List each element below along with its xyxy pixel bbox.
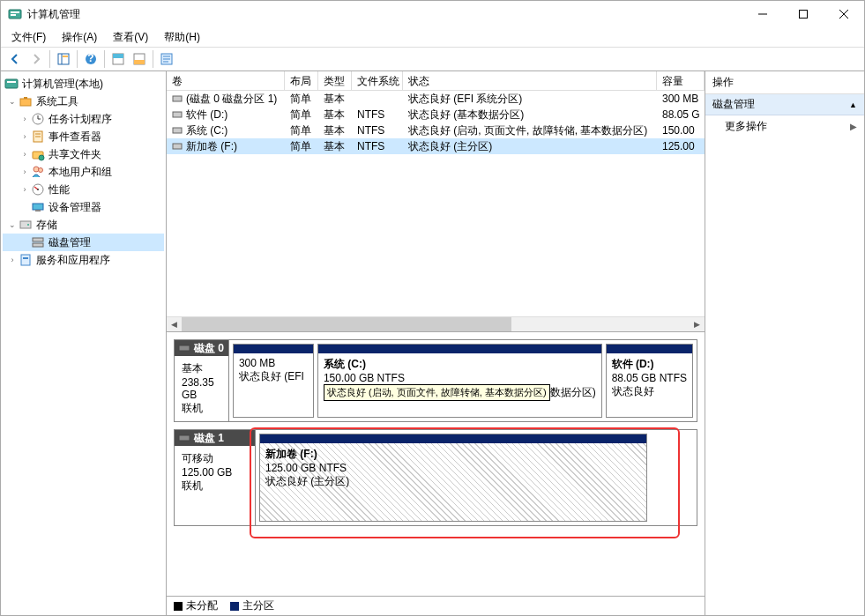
svg-rect-44 xyxy=(173,112,182,117)
window-title: 计算机管理 xyxy=(27,7,742,22)
svg-rect-48 xyxy=(179,435,190,441)
col-layout[interactable]: 布局 xyxy=(285,71,318,90)
tree-task[interactable]: › 任务计划程序 xyxy=(3,110,164,128)
navigation-pane: 计算机管理(本地) ⌄ 系统工具 › 任务计划程序 › 事件查看器 › 共享文件… xyxy=(1,71,167,615)
tree-systools-label: 系统工具 xyxy=(36,94,78,109)
svg-rect-42 xyxy=(23,257,28,259)
svg-rect-9 xyxy=(63,56,68,57)
tree-perf-label: 性能 xyxy=(48,182,70,197)
svg-rect-45 xyxy=(173,128,182,133)
legend-swatch-primary xyxy=(230,602,239,611)
center-pane: 卷 布局 类型 文件系统 状态 容量 (磁盘 0 磁盘分区 1) 简单 基本 状… xyxy=(167,71,705,615)
help-button[interactable]: ? xyxy=(80,48,101,70)
col-capacity[interactable]: 容量 xyxy=(657,71,705,90)
svg-point-38 xyxy=(27,224,29,226)
svg-point-31 xyxy=(34,167,39,172)
svg-point-34 xyxy=(37,189,39,190)
caret-right-icon[interactable]: › xyxy=(19,113,31,125)
svg-rect-41 xyxy=(21,255,30,265)
app-icon xyxy=(8,7,22,21)
tree-root-label: 计算机管理(本地) xyxy=(22,77,103,92)
actions-more[interactable]: 更多操作 ▶ xyxy=(705,115,864,137)
svg-rect-36 xyxy=(35,210,41,212)
caret-right-icon[interactable]: › xyxy=(19,183,31,196)
volume-rows: (磁盘 0 磁盘分区 1) 简单 基本 状态良好 (EFI 系统分区) 300 … xyxy=(167,91,705,316)
tree-diskmgmt[interactable]: 磁盘管理 xyxy=(3,234,164,251)
partition-d[interactable]: 软件 (D:) 88.05 GB NTFS 状态良好 xyxy=(606,344,693,418)
volume-row[interactable]: 系统 (C:) 简单 基本 NTFS 状态良好 (启动, 页面文件, 故障转储,… xyxy=(167,122,705,138)
tree-users[interactable]: › 本地用户和组 xyxy=(3,163,164,181)
scroll-right-icon[interactable]: ▶ xyxy=(690,317,705,332)
svg-rect-15 xyxy=(134,60,145,64)
tree-shared[interactable]: › 共享文件夹 xyxy=(3,145,164,163)
col-volume[interactable]: 卷 xyxy=(167,71,285,90)
tree-services[interactable]: › 服务和应用程序 xyxy=(3,251,164,269)
tree-systools[interactable]: ⌄ 系统工具 xyxy=(3,93,164,110)
svg-point-32 xyxy=(39,168,43,173)
volume-list-scrollbar[interactable]: ◀ ▶ xyxy=(167,316,705,331)
maximize-button[interactable] xyxy=(783,1,824,27)
collapse-icon: ▲ xyxy=(849,100,857,109)
disk-row-0[interactable]: 磁盘 0 基本 238.35 GB 联机 300 MB 状态良好 (EFI xyxy=(174,339,697,422)
disk-row-1[interactable]: 磁盘 1 可移动 125.00 GB 联机 新加卷 (F:) 125.00 GB… xyxy=(174,429,697,526)
caret-right-icon[interactable]: › xyxy=(19,130,31,143)
view-top-button[interactable] xyxy=(108,48,129,70)
tree-perf[interactable]: › 性能 xyxy=(3,181,164,198)
svg-rect-22 xyxy=(20,99,31,106)
volume-row[interactable]: 新加卷 (F:) 简单 基本 NTFS 状态良好 (主分区) 125.00 xyxy=(167,138,705,154)
volume-row[interactable]: 软件 (D:) 简单 基本 NTFS 状态良好 (基本数据分区) 88.05 G xyxy=(167,107,705,122)
actions-group-diskmgmt[interactable]: 磁盘管理 ▲ xyxy=(705,94,864,115)
toolbar: ? xyxy=(1,47,864,71)
partition-c[interactable]: 系统 (C:) 150.00 GB NTFS 状态良好 (启动, 页面文件, 故… xyxy=(317,344,602,418)
minimize-button[interactable] xyxy=(742,1,783,27)
svg-rect-39 xyxy=(33,238,43,241)
view-bottom-button[interactable] xyxy=(129,48,150,70)
volume-list-header: 卷 布局 类型 文件系统 状态 容量 xyxy=(167,71,705,91)
col-fs[interactable]: 文件系统 xyxy=(352,71,403,90)
scrollbar-thumb[interactable] xyxy=(182,317,511,332)
caret-right-icon[interactable]: › xyxy=(19,148,31,160)
scroll-left-icon[interactable]: ◀ xyxy=(167,317,182,332)
tree-storage[interactable]: ⌄ 存储 xyxy=(3,216,164,234)
svg-rect-46 xyxy=(173,144,182,149)
volume-row[interactable]: (磁盘 0 磁盘分区 1) 简单 基本 状态良好 (EFI 系统分区) 300 … xyxy=(167,91,705,107)
col-status[interactable]: 状态 xyxy=(403,71,657,90)
caret-down-icon[interactable]: ⌄ xyxy=(6,95,19,108)
svg-text:?: ? xyxy=(87,52,93,64)
partition-f[interactable]: 新加卷 (F:) 125.00 GB NTFS 状态良好 (主分区) xyxy=(259,434,647,522)
back-button[interactable] xyxy=(4,48,26,70)
svg-rect-47 xyxy=(179,345,190,351)
show-hide-tree-button[interactable] xyxy=(53,48,74,70)
legend: 未分配 主分区 xyxy=(167,596,705,615)
forward-button[interactable] xyxy=(26,48,47,70)
svg-rect-21 xyxy=(7,81,16,83)
menu-action[interactable]: 操作(A) xyxy=(55,28,104,47)
svg-rect-4 xyxy=(800,11,808,19)
partition-efi[interactable]: 300 MB 状态良好 (EFI xyxy=(233,344,314,418)
svg-rect-1 xyxy=(11,11,19,13)
tree-event-label: 事件查看器 xyxy=(48,130,101,145)
tree-root[interactable]: 计算机管理(本地) xyxy=(3,75,164,93)
status-tooltip: 状态良好 (启动, 页面文件, 故障转储, 基本数据分区) xyxy=(324,384,550,401)
caret-right-icon[interactable]: › xyxy=(19,166,31,178)
menu-file[interactable]: 文件(F) xyxy=(4,28,53,47)
menu-help[interactable]: 帮助(H) xyxy=(157,28,207,47)
svg-point-30 xyxy=(39,155,44,160)
svg-rect-13 xyxy=(113,54,123,58)
properties-button[interactable] xyxy=(156,48,177,70)
menu-view[interactable]: 查看(V) xyxy=(106,28,155,47)
chevron-right-icon: ▶ xyxy=(850,122,857,131)
svg-rect-40 xyxy=(33,243,43,247)
tree-devmgr-label: 设备管理器 xyxy=(48,200,101,215)
caret-right-icon[interactable]: › xyxy=(6,254,19,266)
svg-rect-7 xyxy=(58,54,69,64)
tree-devmgr[interactable]: 设备管理器 xyxy=(3,198,164,216)
tree-shared-label: 共享文件夹 xyxy=(48,147,101,162)
caret-down-icon[interactable]: ⌄ xyxy=(6,219,19,231)
col-type[interactable]: 类型 xyxy=(318,71,352,90)
close-button[interactable] xyxy=(824,1,864,27)
legend-swatch-unallocated xyxy=(174,602,183,611)
actions-pane: 操作 磁盘管理 ▲ 更多操作 ▶ xyxy=(705,71,864,615)
tree-diskmgmt-label: 磁盘管理 xyxy=(48,235,91,250)
tree-event[interactable]: › 事件查看器 xyxy=(3,128,164,145)
